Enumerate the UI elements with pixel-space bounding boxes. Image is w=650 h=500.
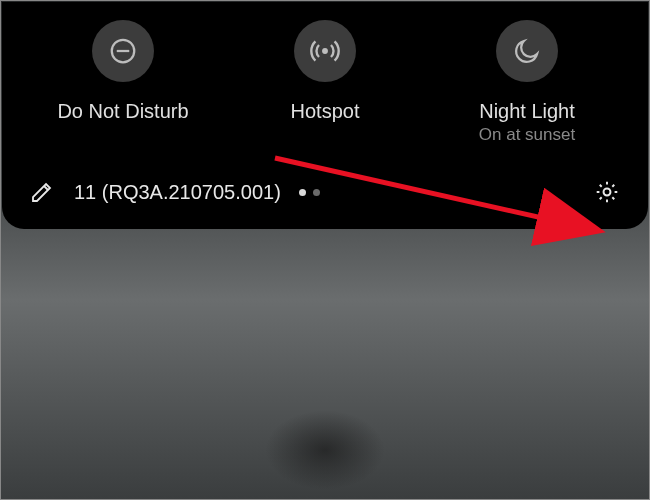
svg-point-2: [322, 48, 328, 54]
quick-settings-panel: Do Not Disturb Hotspot Night Light: [2, 2, 648, 229]
tile-label: Night Light: [479, 100, 575, 123]
gear-icon: [594, 179, 620, 205]
dnd-icon: [92, 20, 154, 82]
pager-dot: [313, 189, 320, 196]
edit-button[interactable]: [28, 178, 56, 206]
panel-footer: 11 (RQ3A.210705.001): [12, 177, 638, 209]
tile-hotspot[interactable]: Hotspot: [240, 20, 410, 145]
tile-label: Hotspot: [291, 100, 360, 123]
tile-label: Do Not Disturb: [57, 100, 188, 123]
tile-sublabel: On at sunset: [479, 125, 575, 145]
hotspot-icon: [294, 20, 356, 82]
tile-night-light[interactable]: Night Light On at sunset: [442, 20, 612, 145]
pencil-icon: [30, 180, 54, 204]
pager-dot-active: [299, 189, 306, 196]
settings-button[interactable]: [592, 177, 622, 207]
quick-tiles-row: Do Not Disturb Hotspot Night Light: [12, 20, 638, 145]
build-version-text: 11 (RQ3A.210705.001): [74, 181, 281, 204]
moon-icon: [496, 20, 558, 82]
page-indicator: [299, 189, 320, 196]
tile-do-not-disturb[interactable]: Do Not Disturb: [38, 20, 208, 145]
svg-point-4: [604, 189, 611, 196]
